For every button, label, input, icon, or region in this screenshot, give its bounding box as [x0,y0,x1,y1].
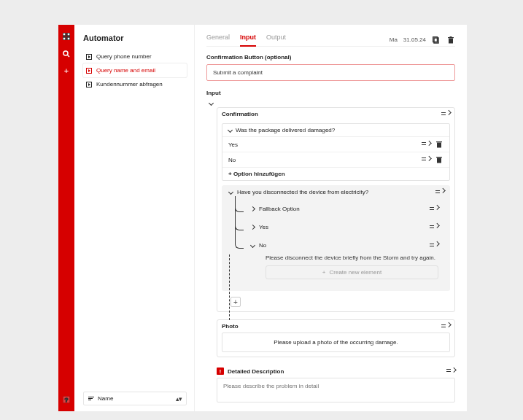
svg-rect-10 [449,38,453,43]
dotted-connector [229,254,230,320]
detailed-title: Detailed Description [228,368,284,375]
svg-rect-13 [437,143,441,148]
play-icon [86,82,92,88]
edit-icon[interactable] [435,190,444,195]
plus-icon: + [322,269,326,276]
detailed-description-input[interactable] [217,378,455,402]
option-row-yes[interactable]: Yes [222,137,449,152]
sidebar-nav: Query phone number Query name and email … [83,50,187,91]
add-option-button[interactable]: + Option hinzufügen [222,168,449,180]
branch-no-row[interactable]: No [244,238,444,250]
option-label: No [228,157,236,163]
edit-icon[interactable] [422,142,430,147]
sidebar-item-label: Query name and email [96,67,155,74]
confirmation-header[interactable]: Confirmation [217,108,454,120]
sidebar-item-label: Query phone number [96,53,152,60]
branch-question: Have you disconnected the device from el… [237,189,368,195]
create-new-element-button[interactable]: + Create new element [266,265,438,279]
add-icon[interactable]: + [63,67,70,74]
no-message: Please disconnect the device briefly fro… [244,250,444,262]
sidebar-item-label: Kundennummer abfragen [96,81,163,88]
edit-icon[interactable] [430,244,438,248]
search-icon[interactable] [62,50,71,58]
confirmation-card: Confirmation Was the package delivered d… [217,107,455,312]
yes-label: Yes [259,224,268,230]
help-icon[interactable]: ? [62,395,71,404]
edit-icon[interactable] [441,324,450,329]
sort-label: Name [98,395,113,402]
app-rail: + ? [58,25,74,411]
tab-general[interactable]: General [206,34,230,46]
sort-icon [88,397,94,400]
confirmation-question: Was the package delivered damaged? [236,127,335,133]
svg-rect-3 [67,37,70,40]
photo-header[interactable]: Photo [217,320,454,332]
edit-icon[interactable] [430,207,438,211]
sidebar-title: Automator [83,34,187,42]
sort-stepper-icon: ▴▾ [176,397,182,400]
date-prefix: Ma [390,36,398,43]
confirmation-button-input[interactable] [206,64,455,81]
create-new-element-label: Create new element [330,269,382,276]
sort-selector[interactable]: Name ▴▾ [83,392,187,405]
photo-card: Photo Please upload a photo of the occur… [217,319,455,357]
svg-rect-1 [67,33,70,36]
svg-rect-12 [450,36,452,37]
sidebar-item-query-name-email[interactable]: Query name and email [83,63,187,77]
warning-icon: ! [217,368,224,375]
svg-text:?: ? [65,397,69,403]
edit-icon[interactable] [422,158,430,162]
branch-yes-row[interactable]: Yes [244,220,444,234]
confirmation-button-label: Confirmation Button (optional) [206,54,455,61]
confirmation-title: Confirmation [222,111,258,117]
add-branch-button[interactable]: + [230,297,241,307]
svg-line-5 [68,55,70,58]
option-label: Yes [228,141,238,148]
chevron-right-icon[interactable] [249,206,255,212]
detailed-description-header: ! Detailed Description [217,365,455,378]
connector-line [235,196,244,249]
chevron-down-icon[interactable] [228,190,233,195]
svg-rect-2 [63,37,66,40]
chevron-right-icon[interactable] [249,225,255,230]
branch-fallback-row[interactable]: Fallback Option [244,202,444,216]
play-icon [86,54,92,60]
branch-question-row[interactable]: Have you disconnected the device from el… [222,185,450,199]
tabs-row: General Input Output Ma 31.05.24 [206,34,455,47]
date-value: 31.05.24 [403,36,426,43]
branch-panel: Have you disconnected the device from el… [222,185,450,291]
chevron-down-icon[interactable] [249,243,255,249]
fallback-label: Fallback Option [259,206,300,212]
sidebar: Automator Query phone number Query name … [74,25,195,411]
delete-icon[interactable] [435,140,443,149]
input-section-label: Input [206,90,455,96]
svg-rect-11 [448,37,454,38]
confirmation-question-box: Was the package delivered damaged? Yes N… [222,123,450,181]
sidebar-item-query-phone[interactable]: Query phone number [83,50,187,63]
copy-icon[interactable] [432,36,441,44]
branch-no-block: No Please disconnect the device briefly … [244,238,444,285]
edit-icon[interactable] [446,369,455,373]
play-icon [86,68,92,74]
tab-output[interactable]: Output [266,34,286,46]
chevron-down-icon[interactable] [227,128,233,133]
sidebar-item-kundennummer[interactable]: Kundennummer abfragen [83,77,187,91]
svg-rect-0 [63,33,66,36]
chevron-down-icon[interactable] [208,100,214,106]
svg-rect-15 [437,158,441,163]
no-label: No [259,242,266,249]
photo-title: Photo [222,323,239,330]
svg-rect-14 [436,141,442,142]
svg-rect-16 [436,157,442,158]
delete-icon[interactable] [446,36,455,44]
dashboard-icon[interactable] [62,32,71,41]
option-row-no[interactable]: No [222,152,449,168]
edit-icon[interactable] [430,225,438,230]
photo-body[interactable]: Please upload a photo of the occurring d… [222,332,450,352]
edit-icon[interactable] [441,112,450,117]
main-panel: General Input Output Ma 31.05.24 Confirm… [195,25,467,411]
add-option-label: + Option hinzufügen [228,171,285,177]
svg-point-4 [63,51,68,55]
tab-input[interactable]: Input [240,34,256,47]
delete-icon[interactable] [435,155,443,164]
